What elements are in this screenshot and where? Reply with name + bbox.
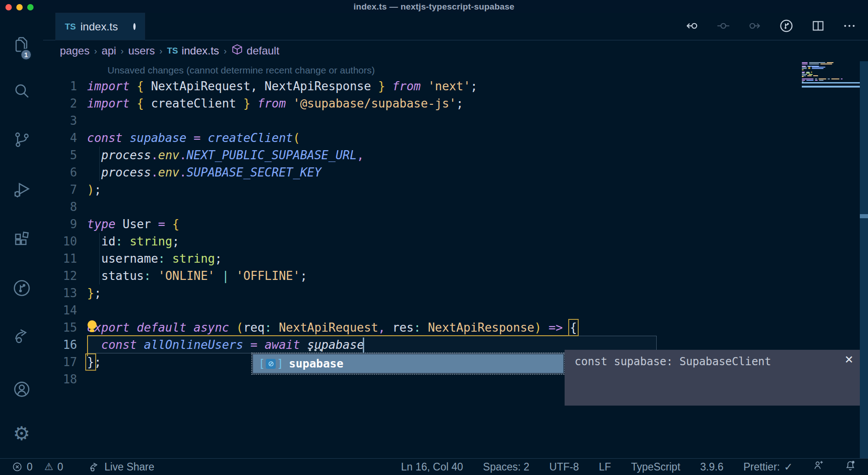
vscode-window: index.ts — nextjs-typescript-supabase 1 [0,0,868,475]
sidebar-item-explorer[interactable]: 1 [0,29,43,59]
explorer-badge: 1 [20,49,32,61]
code-token: from [258,97,286,110]
code-token: = [250,338,258,352]
sidebar-item-source-control[interactable] [0,125,43,155]
code-token: ; [172,235,180,248]
code-line[interactable]: }; [87,284,101,302]
gitlens-codelens[interactable]: Unsaved changes (cannot determine recent… [107,64,375,77]
code-token: ; [215,252,222,265]
next-change-button[interactable] [748,19,761,34]
more-actions-button[interactable] [843,19,856,34]
feedback-button[interactable] [813,460,824,474]
code-editor[interactable]: Unsaved changes (cannot determine recent… [43,61,868,458]
minimap-line [802,68,824,69]
code-token [87,166,101,179]
sidebar-item-extensions[interactable] [0,225,43,255]
code-line[interactable]: id: string; [87,233,180,250]
code-token: const [87,131,122,145]
editor-scrollbar[interactable] [860,61,868,458]
cursor-position-status[interactable]: Ln 16, Col 40 [401,461,463,473]
minimap-line [802,64,832,64]
code-token: ; [300,269,307,283]
tab-index-ts[interactable]: TS index.ts [55,13,145,40]
sidebar-item-live-share[interactable] [0,321,43,351]
code-token [286,97,293,110]
live-share-status[interactable]: Live Share [88,461,154,473]
typescript-version-status[interactable]: 3.9.6 [700,461,723,473]
code-token: . [151,166,158,179]
line-number: 17 [43,353,77,371]
code-token [186,131,194,145]
code-token [87,148,101,162]
previous-change-button[interactable] [717,19,730,34]
code-token: { [137,97,144,110]
code-token: const [101,338,137,352]
eol-status[interactable]: LF [599,461,611,473]
split-editor-icon [811,19,825,33]
code-line[interactable]: const supabase = createClient( [87,129,300,147]
line-number: 16 [43,336,77,353]
minimap[interactable] [802,61,860,98]
problems-errors[interactable]: 0 [12,461,33,473]
sidebar-item-search[interactable] [0,76,43,106]
code-line[interactable]: export default async (req: NextApiReques… [87,319,577,336]
split-editor-button[interactable] [811,19,825,34]
indentation-status[interactable]: Spaces: 2 [483,461,529,473]
breadcrumb-api[interactable]: api [102,44,116,57]
encoding-status[interactable]: UTF-8 [549,461,579,473]
code-line[interactable]: import { NextApiRequest, NextApiResponse… [87,78,478,95]
code-token: 'OFFLINE' [236,269,300,283]
quick-fix-lightbulb-icon[interactable] [86,320,98,333]
suggest-item-supabase[interactable]: [ ⊘ ] supabase [253,354,563,373]
sidebar-item-settings[interactable]: ⚙ [0,419,43,449]
code-line[interactable]: username: string; [87,250,222,267]
breadcrumb-file[interactable]: index.ts [181,44,219,57]
code-token: ; [94,355,102,369]
breadcrumb-symbol-default[interactable]: default [247,44,279,57]
code-line[interactable]: import { createClient } from '@supabase/… [87,95,463,112]
close-icon[interactable]: ✕ [844,353,853,366]
live-share-icon [12,326,31,345]
problems-warnings[interactable]: ⚠ 0 [44,461,63,473]
code-line[interactable]: status: 'ONLINE' | 'OFFLINE'; [87,267,307,284]
code-token: env [158,148,180,162]
code-line[interactable]: process.env.SUPABASE_SECRET_KEY [87,164,322,181]
chevron-right-icon: › [224,46,227,56]
line-number: 9 [43,215,77,233]
code-token: = [158,217,166,231]
code-line[interactable]: const allOnlineUsers = await supabase [87,336,364,353]
code-token: from [392,79,421,93]
line-number: 13 [43,284,77,302]
breadcrumb: pages › api › users › TS index.ts › defa… [43,40,868,61]
prettier-status[interactable]: Prettier: ✓ [743,461,793,473]
code-line[interactable]: process.env.NEXT_PUBLIC_SUPABASE_URL, [87,147,364,164]
file-history-button[interactable] [779,19,794,35]
suggest-label: supabase [289,357,343,370]
code-token: await [264,338,300,352]
code-token [130,79,137,93]
breadcrumb-pages[interactable]: pages [60,44,89,57]
sidebar-item-gitlens[interactable] [0,273,43,303]
symbol-cube-icon [231,44,247,58]
sidebar-item-accounts[interactable] [0,374,43,404]
suggest-resize-grip[interactable] [309,349,322,351]
back-arrow-circle-icon [685,19,699,33]
code-line[interactable]: }; [87,353,101,371]
minimap-line [802,81,804,82]
language-mode-status[interactable]: TypeScript [631,461,680,473]
warning-icon: ⚠ [44,462,54,472]
code-token: { [137,79,144,93]
sidebar-item-run-debug[interactable] [0,175,43,205]
status-bar: 0 ⚠ 0 Live Share Ln 16, Col 40 Spaces: 2… [0,458,868,475]
navigate-back-button[interactable] [685,19,699,34]
minimap-line [802,76,804,77]
code-token: username [87,252,158,265]
code-line[interactable]: type User = { [87,215,180,233]
notifications-button[interactable] [844,460,856,474]
unsaved-dot-icon[interactable] [133,23,136,30]
code-token: : [264,321,272,334]
code-token [165,252,172,265]
breadcrumb-users[interactable]: users [128,44,155,57]
variable-icon: [ [258,357,265,370]
code-line[interactable]: ); [87,181,101,198]
